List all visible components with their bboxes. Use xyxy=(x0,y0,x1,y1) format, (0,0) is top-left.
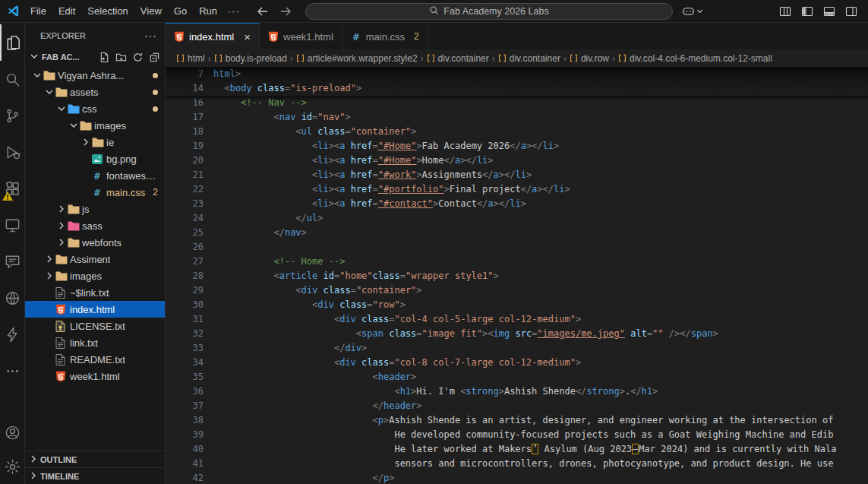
remote-explorer-icon[interactable] xyxy=(0,207,24,243)
code-line-40[interactable]: 40 He later worked at Makers’ Asylum (Au… xyxy=(166,442,868,457)
line-number[interactable]: 31 xyxy=(166,312,204,327)
toggle-primary-sidebar-icon[interactable] xyxy=(800,4,815,19)
breadcrumb-item-body-is-preload[interactable]: body.is-preload xyxy=(214,53,287,64)
menu-edit[interactable]: Edit xyxy=(52,3,81,19)
new-file-icon[interactable] xyxy=(99,52,110,63)
chevron-right-icon[interactable] xyxy=(55,220,68,232)
chevron-right-icon[interactable] xyxy=(55,203,68,215)
line-number[interactable]: 21 xyxy=(166,168,204,182)
tree-item-bg-png[interactable]: bg.png xyxy=(25,150,165,167)
breadcrumb-item-div-container[interactable]: div.container xyxy=(498,53,560,64)
line-number[interactable]: 23 xyxy=(166,197,204,211)
close-icon[interactable]: × xyxy=(244,31,251,43)
line-number[interactable]: 18 xyxy=(166,125,204,139)
line-content[interactable]: <!-- Nav --> xyxy=(204,96,307,110)
menu-selection[interactable]: Selection xyxy=(81,3,134,19)
tree-item-vigyan-ashra[interactable]: Vigyan Ashra... xyxy=(25,67,165,84)
code-line-22[interactable]: 22 <li><a href="#portfolio">Final projec… xyxy=(166,182,868,197)
line-content[interactable]: <li><a href="#work">Assignments</a></li> xyxy=(204,168,532,182)
tree-item-link-txt[interactable]: ~$link.txt xyxy=(25,284,165,301)
line-content[interactable]: <div class="col-4 col-5-large col-12-med… xyxy=(204,312,581,327)
chevron-right-icon[interactable] xyxy=(43,270,55,282)
extensions-icon[interactable] xyxy=(0,170,24,207)
breadcrumb-item-div-col-4-col-6-medium-col-12-small[interactable]: div.col-4.col-6-medium.col-12-small xyxy=(618,53,772,64)
line-content[interactable]: <h1>Hi. I'm <strong>Ashish Shende</stron… xyxy=(204,384,658,399)
line-content[interactable]: <article id="home"class="wrapper style1"… xyxy=(204,269,499,283)
tree-item-css[interactable]: css xyxy=(25,100,165,117)
line-content[interactable]: He later worked at Makers’ Asylum (Aug 2… xyxy=(204,442,836,457)
line-content[interactable]: <li><a href="#Home">Fab Academy 2026</a>… xyxy=(204,139,559,153)
breadcrumb-item-div-row[interactable]: div.row xyxy=(570,53,609,64)
tree-item-week1-html[interactable]: week1.html xyxy=(25,368,165,384)
outline-section-header[interactable]: OUTLINE xyxy=(25,451,165,467)
code-line-7[interactable]: 7html> xyxy=(166,67,868,81)
line-number[interactable]: 30 xyxy=(166,298,204,312)
tab-index-html[interactable]: index.html× xyxy=(166,23,260,49)
code-line-18[interactable]: 18 <ul class="container"> xyxy=(166,125,868,139)
timeline-section-header[interactable]: TIMELINE xyxy=(25,467,165,484)
chevron-down-icon[interactable] xyxy=(43,86,55,98)
tree-item-assets[interactable]: assets xyxy=(25,84,165,100)
menu-run[interactable]: Run xyxy=(193,3,223,19)
tree-item-sass[interactable]: sass xyxy=(25,217,165,234)
code-line-31[interactable]: 31 <div class="col-4 col-5-large col-12-… xyxy=(166,312,868,327)
account-icon[interactable] xyxy=(0,416,24,450)
live-preview-icon[interactable] xyxy=(0,280,24,316)
line-content[interactable]: </p> xyxy=(204,471,394,484)
line-number[interactable]: 25 xyxy=(166,226,204,240)
new-folder-icon[interactable] xyxy=(115,52,127,63)
line-number[interactable]: 27 xyxy=(166,255,204,269)
code-line-39[interactable]: 39 He developed community-focused projec… xyxy=(166,428,868,442)
tree-item-assiment[interactable]: Assiment xyxy=(25,251,165,267)
code-line-14[interactable]: 14 <body class="is-preload"> xyxy=(166,81,868,96)
explorer-icon[interactable] xyxy=(0,24,24,61)
search-icon[interactable] xyxy=(0,61,24,97)
line-number[interactable]: 37 xyxy=(166,399,204,413)
line-content[interactable] xyxy=(204,240,213,255)
code-line-36[interactable]: 36 <h1>Hi. I'm <strong>Ashish Shende</st… xyxy=(166,384,868,399)
tab-main-css[interactable]: #main.css2 xyxy=(342,23,428,49)
settings-icon[interactable] xyxy=(0,450,24,484)
code-line-26[interactable]: 26 xyxy=(166,240,868,255)
tree-item-ie[interactable]: ie xyxy=(25,134,165,150)
collapse-all-icon[interactable] xyxy=(149,52,160,63)
code-line-33[interactable]: 33 </div> xyxy=(166,341,868,356)
breadcrumb-item-div-container[interactable]: div.container xyxy=(427,53,489,64)
line-number[interactable]: 33 xyxy=(166,341,204,356)
breadcrumb-item-html[interactable]: html xyxy=(176,53,205,64)
refresh-icon[interactable] xyxy=(132,52,144,63)
tree-item-js[interactable]: js xyxy=(25,201,165,217)
line-content[interactable]: <li><a href="#Home">Home</a></li> xyxy=(204,153,494,168)
code-line-19[interactable]: 19 <li><a href="#Home">Fab Academy 2026<… xyxy=(166,139,868,153)
chevron-down-icon[interactable] xyxy=(68,119,80,131)
line-number[interactable]: 40 xyxy=(166,442,204,457)
line-number[interactable]: 16 xyxy=(166,96,204,110)
tab-week1-html[interactable]: week1.html xyxy=(260,23,342,49)
source-control-icon[interactable] xyxy=(0,97,24,134)
tree-item-main-css[interactable]: #main.css2 xyxy=(25,184,165,201)
line-number[interactable]: 35 xyxy=(166,370,204,384)
line-content[interactable]: <body class="is-preload"> xyxy=(204,81,361,96)
code-line-42[interactable]: 42 </p> xyxy=(166,471,868,484)
code-line-38[interactable]: 38 <p>Ashish Shende is an artist, design… xyxy=(166,413,868,428)
line-content[interactable]: </header> xyxy=(204,399,422,413)
line-number[interactable]: 26 xyxy=(166,240,204,255)
code-line-16[interactable]: 16 <!-- Nav --> xyxy=(166,96,868,110)
chevron-right-icon[interactable] xyxy=(80,136,92,148)
line-content[interactable]: <p>Ashish Shende is an artist, designer,… xyxy=(204,413,833,428)
code-line-27[interactable]: 27 <!-- Home --> xyxy=(166,255,868,269)
line-content[interactable]: <header> xyxy=(204,370,416,384)
code-line-32[interactable]: 32 <span class="image fit"><img src="ima… xyxy=(166,327,868,341)
line-content[interactable]: </div> xyxy=(204,341,367,356)
command-center-search[interactable]: Fab Academy 2026 Labs xyxy=(305,3,673,20)
line-number[interactable]: 24 xyxy=(166,211,204,226)
line-number[interactable]: 29 xyxy=(166,283,204,298)
line-number[interactable]: 32 xyxy=(166,327,204,341)
breadcrumb-item-article-work-wrapper-style2[interactable]: article#work.wrapper.style2 xyxy=(296,53,418,64)
line-content[interactable]: <ul class="container"> xyxy=(204,125,416,139)
line-number[interactable]: 7 xyxy=(166,67,204,81)
run-debug-icon[interactable] xyxy=(0,134,24,170)
line-content[interactable]: html> xyxy=(204,67,241,81)
line-number[interactable]: 36 xyxy=(166,384,204,399)
line-content[interactable]: He developed community-focused projects … xyxy=(204,428,833,442)
